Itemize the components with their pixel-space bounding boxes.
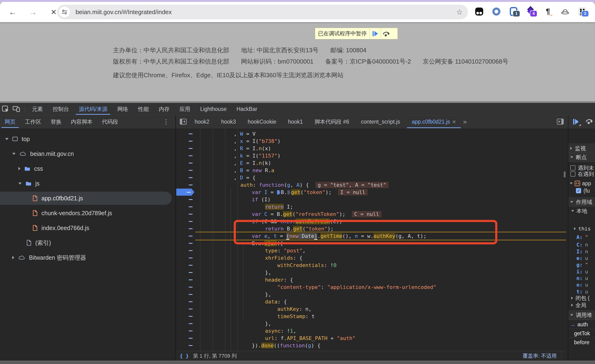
close-icon[interactable]: ×: [452, 118, 456, 125]
line-marker[interactable]: [189, 170, 192, 171]
nav-tab-网页[interactable]: 网页: [0, 115, 20, 128]
caret-down-icon[interactable]: [5, 138, 8, 140]
caret-down-icon[interactable]: [12, 153, 15, 155]
line-marker[interactable]: [189, 243, 192, 244]
line-marker[interactable]: [189, 338, 192, 339]
section-watch[interactable]: 监视: [568, 144, 595, 153]
variable-g[interactable]: g:": [568, 261, 595, 268]
scope-local[interactable]: 本地: [568, 208, 595, 214]
tree-item-css[interactable]: css: [0, 162, 175, 175]
coverage-link[interactable]: 覆盖率: 不适用: [523, 352, 557, 359]
line-marker[interactable]: [189, 163, 192, 163]
line-marker[interactable]: [189, 323, 192, 324]
line-marker[interactable]: [189, 155, 192, 156]
tree-item-js[interactable]: js: [0, 177, 175, 190]
line-marker[interactable]: [189, 134, 192, 134]
line-marker[interactable]: [189, 177, 192, 178]
step-over-icon[interactable]: [585, 118, 593, 126]
tree-item-app.c0fb0d21.js[interactable]: app.c0fb0d21.js: [0, 192, 175, 205]
variable-o[interactable]: o:u: [568, 281, 595, 288]
line-marker[interactable]: [189, 221, 192, 222]
caret-down-icon[interactable]: [570, 201, 573, 203]
variable-C[interactable]: C:n: [568, 241, 595, 248]
extension-panda[interactable]: 2: [578, 7, 587, 16]
pretty-print-icon[interactable]: { }: [180, 353, 189, 359]
stack-frame-auth[interactable]: →auth: [568, 320, 595, 329]
breakpoint-group-app[interactable]: app: [568, 180, 595, 187]
caret-down-icon[interactable]: [18, 182, 22, 185]
back-button[interactable]: ←: [8, 7, 17, 17]
more-options-icon[interactable]: ⋮: [163, 118, 169, 126]
tree-item-chunk-vendors.20d789ef.js[interactable]: chunk-vendors.20d789ef.js: [0, 207, 175, 220]
line-marker[interactable]: [189, 185, 192, 185]
extension-two-dots[interactable]: [475, 7, 483, 16]
pause-on-caught-exceptions[interactable]: 在遇到: [568, 171, 595, 177]
more-tabs-icon[interactable]: »: [463, 118, 466, 126]
extension-purple-diamond[interactable]: 4: [526, 7, 535, 16]
section-breakpoints[interactable]: 断点: [568, 153, 595, 162]
line-marker[interactable]: [189, 316, 192, 317]
checkbox[interactable]: [570, 171, 575, 177]
tree-item-beian.miit.gov.cn[interactable]: beian.miit.gov.cn: [0, 147, 175, 160]
device-toolbar-icon[interactable]: [11, 106, 22, 112]
file-tab-app.c0fb0d21.js[interactable]: app.c0fb0d21.js×: [406, 115, 462, 128]
line-marker[interactable]: [189, 345, 192, 346]
nav-tab-内容脚本[interactable]: 内容脚本: [66, 115, 97, 128]
checkbox[interactable]: [570, 165, 575, 171]
inline-pause-marker[interactable]: [287, 190, 290, 194]
tab-网络[interactable]: 网络: [112, 103, 133, 115]
caret-right-icon[interactable]: [574, 227, 576, 230]
extension-card[interactable]: 1: [509, 7, 518, 16]
caret-right-icon[interactable]: [571, 297, 573, 300]
line-marker[interactable]: [189, 272, 192, 273]
file-tab-hook1[interactable]: hook1: [282, 115, 309, 128]
inline-pause-marker[interactable]: [277, 190, 280, 194]
execution-pointer[interactable]: [176, 189, 194, 196]
variable-t[interactable]: t:u: [568, 288, 595, 295]
line-marker[interactable]: [189, 265, 192, 266]
line-marker[interactable]: [189, 301, 192, 302]
caret-right-icon[interactable]: [18, 167, 21, 170]
bookmark-star-icon[interactable]: ☆: [456, 8, 463, 16]
line-marker[interactable]: [189, 279, 192, 280]
tab-性能[interactable]: 性能: [133, 103, 154, 115]
tab-HackBar[interactable]: HackBar: [232, 103, 262, 115]
stack-frame-before[interactable]: before: [568, 338, 595, 347]
show-debugger-sidebar-icon[interactable]: [555, 119, 566, 125]
address-bar[interactable]: beian.miit.gov.cn/#/Integrated/index ☆: [57, 5, 468, 19]
stack-frame-getTok[interactable]: getTok: [568, 329, 595, 338]
file-tab-hook3[interactable]: hook3: [215, 115, 242, 128]
file-tab-脚本代码段 #6[interactable]: 脚本代码段 #6: [309, 115, 355, 128]
extension-pilcrow[interactable]: ¶→: [544, 7, 552, 16]
caret-right-icon[interactable]: [570, 147, 572, 150]
caret-down-icon[interactable]: [571, 210, 574, 212]
tab-源代码/来源[interactable]: 源代码/来源: [74, 103, 112, 115]
caret-right-icon[interactable]: [571, 304, 573, 307]
line-marker[interactable]: [189, 236, 192, 236]
tab-内存[interactable]: 内存: [154, 103, 174, 115]
hide-navigator-icon[interactable]: [178, 119, 189, 125]
inspect-element-icon[interactable]: [0, 106, 11, 113]
line-marker[interactable]: [189, 207, 192, 207]
breakpoint-entry[interactable]: ✓(fu: [568, 188, 595, 194]
line-marker[interactable]: [189, 199, 192, 200]
tab-控制台[interactable]: 控制台: [48, 103, 74, 115]
caret-down-icon[interactable]: [570, 156, 573, 158]
caret-down-icon[interactable]: [570, 182, 573, 184]
variable-A[interactable]: A:": [568, 234, 595, 240]
tree-item-index.0eed766d.js[interactable]: index.0eed766d.js: [0, 221, 175, 235]
forward-button[interactable]: →: [28, 7, 38, 17]
section-call-stack[interactable]: 调用堆: [568, 310, 595, 320]
nav-tab-替换[interactable]: 替换: [46, 115, 66, 128]
editor-gutter[interactable]: [176, 128, 195, 351]
file-tab-content_script.js[interactable]: content_script.js: [355, 115, 406, 128]
checkbox[interactable]: ✓: [576, 188, 581, 193]
line-marker[interactable]: [189, 331, 192, 331]
line-marker[interactable]: [189, 250, 192, 251]
tab-应用[interactable]: 应用: [174, 103, 195, 115]
url-text[interactable]: beian.miit.gov.cn/#/Integrated/index: [76, 8, 456, 16]
step-over-icon[interactable]: [381, 28, 392, 39]
global[interactable]: 全局: [568, 302, 595, 308]
tab-元素[interactable]: 元素: [27, 103, 48, 115]
line-marker[interactable]: [189, 148, 192, 149]
